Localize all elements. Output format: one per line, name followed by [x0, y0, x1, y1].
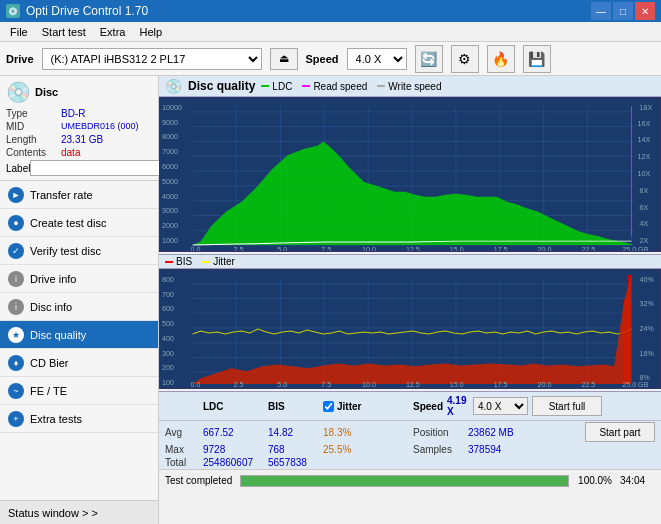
sidebar-item-transfer-rate[interactable]: ► Transfer rate	[0, 181, 158, 209]
disc-info-label: Disc info	[30, 301, 72, 313]
sidebar-item-disc-quality[interactable]: ★ Disc quality	[0, 321, 158, 349]
app-icon: 💿	[6, 4, 20, 18]
svg-text:0.0: 0.0	[191, 246, 201, 251]
drive-info-icon: i	[8, 271, 24, 287]
mid-label: MID	[6, 121, 61, 132]
elapsed-time: 34:04	[620, 475, 655, 486]
fe-te-label: FE / TE	[30, 385, 67, 397]
settings-button[interactable]: ⚙	[451, 45, 479, 73]
eject-button[interactable]: ⏏	[270, 48, 298, 70]
svg-text:5.0: 5.0	[277, 381, 287, 388]
menu-bar: File Start test Extra Help	[0, 22, 661, 42]
avg-label: Avg	[165, 427, 203, 438]
maximize-button[interactable]: □	[613, 2, 633, 20]
start-full-button[interactable]: Start full	[532, 396, 602, 416]
speed-header-label: Speed	[413, 401, 443, 412]
drive-info-label: Drive info	[30, 273, 76, 285]
main-layout: 💿 Disc Type BD-R MID UMEBDR016 (000) Len…	[0, 76, 661, 524]
svg-text:15.0: 15.0	[450, 381, 464, 388]
svg-text:700: 700	[162, 291, 174, 298]
label-text: Label	[6, 163, 30, 174]
cd-bier-icon: ♦	[8, 355, 24, 371]
menu-extra[interactable]: Extra	[94, 25, 132, 39]
svg-text:12.5: 12.5	[406, 381, 420, 388]
sidebar-item-cd-bier[interactable]: ♦ CD Bier	[0, 349, 158, 377]
svg-text:200: 200	[162, 364, 174, 371]
avg-bis: 14.82	[268, 427, 323, 438]
window-controls: — □ ✕	[591, 2, 655, 20]
sidebar-item-fe-te[interactable]: ~ FE / TE	[0, 377, 158, 405]
burn-button[interactable]: 🔥	[487, 45, 515, 73]
refresh-button[interactable]: 🔄	[415, 45, 443, 73]
svg-text:100: 100	[162, 379, 174, 386]
svg-text:1000: 1000	[162, 237, 178, 244]
sidebar-item-create-test-disc[interactable]: ● Create test disc	[0, 209, 158, 237]
progress-bar-inner	[241, 476, 568, 486]
svg-text:7.5: 7.5	[321, 381, 331, 388]
disc-info-icon: i	[8, 299, 24, 315]
verify-test-disc-label: Verify test disc	[30, 245, 101, 257]
samples-value: 378594	[468, 444, 501, 455]
mid-value: UMEBDR016 (000)	[61, 121, 139, 132]
status-window-button[interactable]: Status window > >	[0, 500, 158, 524]
drive-select[interactable]: (K:) ATAPI iHBS312 2 PL17	[42, 48, 262, 70]
menu-help[interactable]: Help	[133, 25, 168, 39]
chart-speed-select[interactable]: 4.0 X	[473, 397, 528, 415]
svg-text:18X: 18X	[640, 104, 653, 111]
progress-percent: 100.0%	[577, 475, 612, 486]
bis-legend-color	[165, 261, 173, 263]
disc-quality-header: 💿 Disc quality LDC Read speed Write spee…	[159, 76, 661, 97]
max-jitter: 25.5%	[323, 444, 413, 455]
sidebar-item-drive-info[interactable]: i Drive info	[0, 265, 158, 293]
current-speed-value: 4.19 X	[447, 395, 473, 417]
samples-label: Samples	[413, 444, 468, 455]
svg-text:300: 300	[162, 350, 174, 357]
disc-quality-label: Disc quality	[30, 329, 86, 341]
sidebar-item-extra-tests[interactable]: + Extra tests	[0, 405, 158, 433]
svg-text:7000: 7000	[162, 148, 178, 155]
stats-panel: LDC BIS Jitter Speed 4.19 X 4.0 X Start …	[159, 391, 661, 469]
save-button[interactable]: 💾	[523, 45, 551, 73]
svg-text:32%: 32%	[640, 300, 654, 307]
svg-text:15.0: 15.0	[450, 246, 464, 251]
ldc-legend-label: LDC	[272, 81, 292, 92]
drive-bar: Drive (K:) ATAPI iHBS312 2 PL17 ⏏ Speed …	[0, 42, 661, 76]
start-buttons: Start full	[528, 394, 606, 418]
svg-text:10000: 10000	[162, 104, 182, 111]
disc-info-panel: 💿 Disc Type BD-R MID UMEBDR016 (000) Len…	[0, 76, 158, 181]
sidebar-item-disc-info[interactable]: i Disc info	[0, 293, 158, 321]
svg-text:0.0: 0.0	[191, 381, 201, 388]
progress-bar-outer	[240, 475, 569, 487]
menu-start-test[interactable]: Start test	[36, 25, 92, 39]
label-input[interactable]	[30, 160, 163, 176]
extra-tests-label: Extra tests	[30, 413, 82, 425]
jitter-header-label: Jitter	[337, 401, 361, 412]
svg-text:24%: 24%	[640, 325, 654, 332]
type-label: Type	[6, 108, 61, 119]
svg-text:25.0 GB: 25.0 GB	[622, 246, 648, 251]
menu-file[interactable]: File	[4, 25, 34, 39]
chart1-legend: LDC Read speed Write speed	[261, 81, 441, 92]
contents-label: Contents	[6, 147, 61, 158]
svg-text:16%: 16%	[640, 350, 654, 357]
speed-select[interactable]: 4.0 X 1.0 X 2.0 X 6.0 X 8.0 X	[347, 48, 407, 70]
title-bar: 💿 Opti Drive Control 1.70 — □ ✕	[0, 0, 661, 22]
bis-legend-label: BIS	[176, 256, 192, 267]
avg-jitter: 18.3%	[323, 427, 413, 438]
svg-text:600: 600	[162, 305, 174, 312]
write-speed-legend-color	[377, 85, 385, 87]
jitter-checkbox[interactable]	[323, 401, 334, 412]
position-label: Position	[413, 427, 468, 438]
create-test-disc-icon: ●	[8, 215, 24, 231]
minimize-button[interactable]: —	[591, 2, 611, 20]
svg-text:5.0: 5.0	[277, 246, 287, 251]
start-part-button[interactable]: Start part	[585, 422, 655, 442]
app-title: Opti Drive Control 1.70	[26, 4, 148, 18]
svg-text:10.0: 10.0	[362, 246, 376, 251]
svg-text:16X: 16X	[638, 120, 651, 127]
chart1-svg: 10000 9000 8000 7000 6000 5000 4000 3000…	[160, 98, 660, 251]
col-ldc-header: LDC	[203, 401, 268, 412]
drive-label: Drive	[6, 53, 34, 65]
close-button[interactable]: ✕	[635, 2, 655, 20]
sidebar-item-verify-test-disc[interactable]: ✓ Verify test disc	[0, 237, 158, 265]
